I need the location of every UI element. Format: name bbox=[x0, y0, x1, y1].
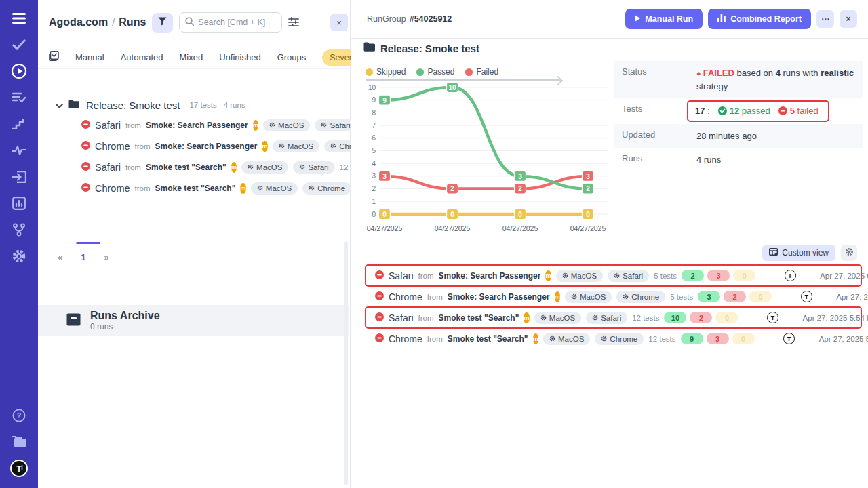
updated-row-label: Updated bbox=[622, 129, 696, 140]
table-view-icon bbox=[769, 248, 778, 258]
legend-item-passed[interactable]: Passed bbox=[416, 67, 454, 77]
svg-text:5: 5 bbox=[372, 147, 376, 155]
search-input[interactable] bbox=[198, 18, 273, 27]
more-actions-button[interactable]: ⋯ bbox=[816, 10, 834, 28]
arrow-right-icon bbox=[366, 79, 561, 81]
menu-icon[interactable] bbox=[8, 9, 30, 27]
run-from-label: from bbox=[135, 184, 151, 192]
run-tree-item[interactable]: Chrome from Smoke test "Search" m MacOS … bbox=[38, 178, 350, 199]
table-row[interactable]: Safari from Smoke: Search Passenger m Ma… bbox=[351, 265, 868, 286]
run-from-label: from bbox=[427, 293, 443, 301]
suites-icon[interactable] bbox=[8, 89, 30, 106]
run-tree-item[interactable]: Safari from Smoke test "Search" m MacOS … bbox=[38, 157, 350, 178]
run-tree-item[interactable]: Chrome from Smoke: Search Passenger m Ma… bbox=[38, 136, 350, 157]
env-pill-os: MacOS bbox=[543, 333, 590, 345]
run-group-row[interactable]: Release: Smoke test 17 tests 4 runs bbox=[38, 96, 350, 115]
run-tree-item[interactable]: Safari from Smoke: Search Passenger m Ma… bbox=[38, 115, 350, 136]
legend-item-failed[interactable]: Failed bbox=[465, 67, 498, 77]
table-row[interactable]: Safari from Smoke test "Search" m MacOS … bbox=[351, 307, 868, 328]
runs-icon[interactable] bbox=[8, 62, 30, 80]
tests-icon[interactable] bbox=[8, 36, 30, 54]
play-icon bbox=[635, 14, 640, 24]
run-date: Apr 27, 2025 6:17 PM bbox=[816, 272, 868, 280]
help-icon[interactable]: ? bbox=[8, 407, 30, 424]
table-settings-button[interactable] bbox=[841, 245, 857, 261]
passed-summary: 12 passed bbox=[718, 104, 770, 118]
branches-icon[interactable] bbox=[8, 221, 30, 239]
manual-badge: m bbox=[231, 162, 237, 173]
search-icon bbox=[185, 16, 194, 28]
runs-chart: SkippedPassedFailed 01234567891004/27/20… bbox=[363, 66, 615, 241]
updated-row-value: 28 minutes ago bbox=[696, 129, 855, 143]
svg-text:4: 4 bbox=[372, 160, 376, 167]
tab-manual[interactable]: Manual bbox=[75, 52, 104, 62]
gear-icon bbox=[309, 184, 315, 192]
reports-icon[interactable] bbox=[8, 195, 30, 212]
svg-text:2: 2 bbox=[586, 185, 590, 192]
failed-summary: 5 failed bbox=[778, 104, 818, 118]
svg-text:?: ? bbox=[17, 411, 22, 420]
select-runs-icon[interactable] bbox=[49, 51, 59, 64]
svg-text:1: 1 bbox=[372, 198, 376, 205]
gear-icon bbox=[845, 247, 854, 258]
tests-row-value: 17 : 12 passed 5 failed bbox=[696, 104, 855, 119]
projects-icon[interactable] bbox=[8, 433, 30, 451]
env-pill-browser: Chrome bbox=[595, 333, 644, 345]
testomat-logo-icon[interactable]: T bbox=[8, 460, 30, 477]
result-counts: 10 2 0 bbox=[664, 312, 747, 323]
tab-unfinished[interactable]: Unfinished bbox=[219, 52, 260, 62]
funnel-icon bbox=[158, 17, 167, 28]
panel-close-button[interactable]: × bbox=[330, 14, 348, 31]
run-source-name: Smoke test "Search" bbox=[448, 334, 528, 344]
breadcrumb-separator: / bbox=[112, 16, 115, 28]
env-pill-browser: Safari bbox=[608, 270, 649, 282]
manual-badge: m bbox=[262, 141, 267, 152]
prev-page-button[interactable]: « bbox=[58, 252, 62, 262]
svg-text:3: 3 bbox=[586, 173, 590, 180]
gear-icon bbox=[330, 142, 336, 150]
run-source-name: Smoke test "Search" bbox=[146, 163, 226, 172]
table-row[interactable]: Chrome from Smoke: Search Passenger m Ma… bbox=[351, 286, 868, 307]
env-pill-browser: Safari bbox=[586, 312, 627, 324]
svg-text:0: 0 bbox=[372, 211, 376, 218]
pulse-icon[interactable] bbox=[8, 142, 30, 159]
env-pill-browser: Safari bbox=[293, 161, 334, 174]
next-page-button[interactable]: » bbox=[104, 252, 108, 262]
legend-item-skipped[interactable]: Skipped bbox=[366, 67, 406, 77]
gear-icon bbox=[321, 121, 327, 129]
manual-run-button[interactable]: Manual Run bbox=[625, 9, 703, 29]
breadcrumb-project[interactable]: Agoda.com bbox=[49, 16, 108, 28]
annotation-box-tests: 17 : 12 passed 5 failed bbox=[687, 100, 829, 122]
settings-icon[interactable] bbox=[8, 247, 30, 265]
skipped-count-pill: 0 bbox=[733, 270, 755, 281]
chevron-down-icon[interactable] bbox=[56, 99, 63, 111]
view-options-button[interactable] bbox=[288, 17, 299, 28]
legend-dot-icon bbox=[465, 68, 473, 76]
run-source-name: Smoke: Search Passenger bbox=[155, 142, 258, 151]
env-pill-os: MacOS bbox=[556, 270, 603, 282]
run-tests-count: 12 tests bbox=[632, 314, 659, 322]
run-browser-name: Chrome bbox=[389, 333, 422, 344]
steps-icon[interactable] bbox=[8, 115, 30, 133]
page-1-button[interactable]: 1 bbox=[81, 252, 85, 262]
tab-mixed[interactable]: Mixed bbox=[180, 52, 203, 62]
close-detail-button[interactable]: × bbox=[840, 10, 857, 28]
passed-count-pill: 3 bbox=[698, 291, 720, 302]
run-date: Apr 27, 2025 6:10 PM bbox=[832, 293, 868, 301]
runs-archive-row[interactable]: Runs Archive 0 runs bbox=[38, 305, 349, 336]
env-pill-os: MacOS bbox=[251, 182, 298, 195]
panel-scrollbar[interactable] bbox=[344, 241, 348, 485]
tab-automated[interactable]: Automated bbox=[121, 52, 163, 62]
combined-report-button[interactable]: Combined Report bbox=[708, 9, 811, 29]
tab-groups[interactable]: Groups bbox=[277, 52, 307, 62]
minus-circle-icon bbox=[778, 106, 787, 115]
custom-view-button[interactable]: Custom view bbox=[762, 245, 835, 261]
import-icon[interactable] bbox=[8, 168, 30, 186]
table-row[interactable]: Chrome from Smoke test "Search" m MacOS … bbox=[351, 328, 868, 349]
svg-text:10: 10 bbox=[448, 84, 456, 92]
gear-icon bbox=[279, 142, 285, 150]
env-pill-os: MacOS bbox=[263, 119, 310, 131]
env-pill-browser: Chrome bbox=[616, 291, 665, 303]
manual-badge: m bbox=[240, 183, 245, 194]
filter-button[interactable] bbox=[152, 13, 173, 33]
